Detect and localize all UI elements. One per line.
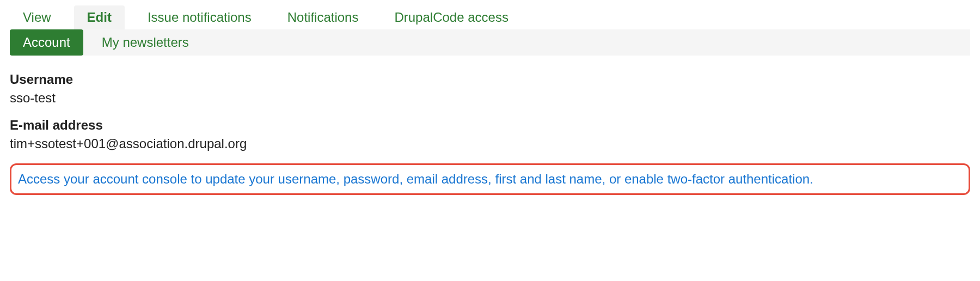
account-console-link[interactable]: Access your account console to update yo…: [18, 172, 813, 186]
email-value: tim+ssotest+001@association.drupal.org: [10, 136, 970, 151]
secondary-tabs: Account My newsletters: [10, 29, 970, 56]
subtab-account[interactable]: Account: [10, 29, 83, 56]
primary-tabs: View Edit Issue notifications Notificati…: [10, 5, 970, 29]
username-value: sso-test: [10, 90, 970, 106]
email-label: E-mail address: [10, 118, 970, 133]
tab-drupalcode-access[interactable]: DrupalCode access: [381, 5, 521, 29]
tab-view[interactable]: View: [10, 5, 64, 29]
username-field-group: Username sso-test: [10, 72, 970, 106]
tab-edit[interactable]: Edit: [74, 5, 125, 29]
tab-issue-notifications[interactable]: Issue notifications: [134, 5, 265, 29]
username-label: Username: [10, 72, 970, 87]
email-field-group: E-mail address tim+ssotest+001@associati…: [10, 118, 970, 151]
tab-notifications[interactable]: Notifications: [274, 5, 372, 29]
subtab-my-newsletters[interactable]: My newsletters: [89, 29, 202, 56]
console-link-highlight: Access your account console to update yo…: [10, 163, 970, 195]
